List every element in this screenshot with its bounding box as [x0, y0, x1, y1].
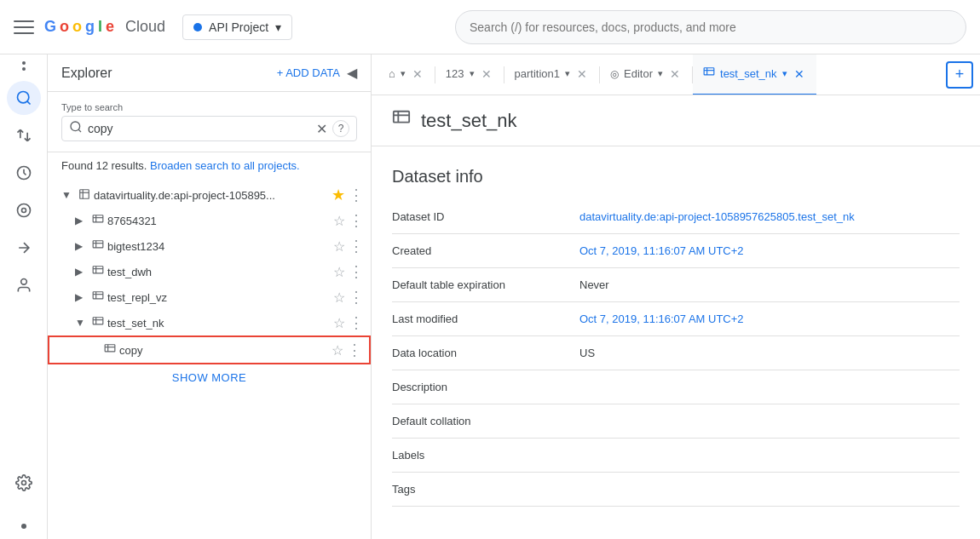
tab-close-editor[interactable]: ✕ [668, 66, 682, 83]
sidebar-item-transfer[interactable] [7, 118, 41, 152]
field-value-dataset-id: datavirtuality.de:api-project-1058957625… [579, 200, 960, 234]
field-value-location: US [579, 336, 960, 370]
svg-rect-21 [93, 291, 103, 298]
star-icon-copy[interactable]: ☆ [331, 342, 343, 358]
tree-item-test-dwh[interactable]: ▶ test_dwh ☆ ⋮ [48, 259, 371, 284]
star-icon[interactable]: ☆ [333, 238, 345, 255]
tree-item-datavirtuality[interactable]: ▼ datavirtuality.de:api-project-105895..… [48, 182, 371, 208]
tree-item-87654321[interactable]: ▶ 87654321 ☆ ⋮ [48, 208, 371, 233]
field-label-location: Data location [392, 336, 579, 370]
field-label-created: Created [392, 234, 579, 268]
tree-label-datavirtuality: datavirtuality.de:api-project-105895... [94, 189, 328, 202]
star-icon[interactable]: ☆ [333, 290, 345, 306]
svg-point-0 [17, 92, 28, 103]
field-label-tags: Tags [392, 473, 579, 507]
search-label: Type to search [61, 102, 357, 112]
tree-chevron-icon: ▶ [75, 215, 89, 226]
collapse-panel-button[interactable]: ◀ [347, 65, 357, 81]
tree-label: test_repl_vz [107, 291, 330, 304]
field-value-last-modified: Oct 7, 2019, 11:16:07 AM UTC+2 [579, 302, 960, 336]
hamburger-menu[interactable] [14, 17, 34, 37]
tab-label-123: 123 [446, 67, 464, 80]
more-icon[interactable]: ⋮ [349, 262, 364, 281]
svg-point-7 [71, 122, 80, 131]
clear-search-icon[interactable]: ✕ [316, 121, 327, 137]
tab-partition1[interactable]: partition1 ▾ ✕ [504, 54, 599, 95]
editor-icon: ◎ [610, 68, 619, 80]
project-name: API Project [209, 20, 268, 34]
add-data-button[interactable]: + ADD DATA [277, 66, 340, 79]
field-label-collation: Default collation [392, 404, 579, 439]
explorer-header: Explorer + ADD DATA ◀ [48, 54, 371, 92]
tab-close-partition1[interactable]: ✕ [575, 66, 589, 83]
tab-close-123[interactable]: ✕ [480, 66, 493, 83]
more-icon-datavirtuality[interactable]: ⋮ [349, 186, 364, 204]
star-icon[interactable]: ☆ [333, 264, 345, 280]
sidebar-item-history[interactable] [7, 156, 41, 190]
info-row-dataset-id: Dataset ID datavirtuality.de:api-project… [392, 200, 960, 234]
tree-label: test_dwh [107, 266, 330, 278]
sidebar-item-schema[interactable] [7, 193, 41, 227]
more-icon-copy[interactable]: ⋮ [347, 341, 362, 359]
global-search[interactable] [455, 10, 966, 44]
star-icon[interactable]: ☆ [333, 315, 345, 331]
info-row-tags: Tags [392, 473, 960, 507]
field-value-expiration: Never [579, 268, 960, 302]
tree-chevron-icon: ▶ [75, 240, 89, 252]
global-search-input[interactable] [455, 10, 966, 44]
more-icon[interactable]: ⋮ [349, 313, 364, 332]
more-icon[interactable]: ⋮ [349, 237, 364, 255]
field-value-labels [579, 439, 960, 473]
svg-rect-9 [80, 189, 89, 198]
explorer-actions: + ADD DATA ◀ [277, 65, 357, 81]
table-icon [92, 316, 104, 330]
tab-close-test-set-nk[interactable]: ✕ [793, 66, 806, 83]
svg-point-6 [21, 481, 26, 485]
field-label-last-modified: Last modified [392, 302, 579, 336]
star-icon-datavirtuality[interactable]: ★ [331, 186, 345, 204]
table-icon-tab [703, 66, 715, 81]
tab-editor[interactable]: ◎ Editor ▾ ✕ [600, 54, 692, 95]
more-icon[interactable]: ⋮ [349, 211, 364, 230]
tree-item-test-set-nk[interactable]: ▼ test_set_nk ☆ ⋮ [48, 310, 371, 335]
svg-rect-30 [704, 68, 714, 75]
star-icon[interactable]: ☆ [333, 213, 345, 229]
sidebar-item-workflows[interactable] [7, 231, 41, 265]
tab-close-home[interactable]: ✕ [411, 66, 424, 83]
sidebar-top-dots [22, 61, 26, 71]
sidebar-item-settings[interactable] [7, 466, 41, 500]
dataset-info-title: Dataset info [392, 167, 960, 186]
tree-label-copy: copy [119, 344, 328, 357]
tab-test-set-nk[interactable]: test_set_nk ▾ ✕ [693, 54, 816, 95]
table-icon-copy [104, 343, 116, 358]
tree-chevron-icon: ▶ [75, 266, 89, 278]
info-table: Dataset ID datavirtuality.de:api-project… [392, 200, 960, 507]
broaden-search-link[interactable]: Broaden search to all projects. [150, 159, 300, 172]
results-info: Found 12 results. Broaden search to all … [48, 152, 371, 179]
tab-label-test-set-nk: test_set_nk [720, 67, 777, 80]
info-row-expiration: Default table expiration Never [392, 268, 960, 302]
sidebar-item-search[interactable] [7, 81, 41, 115]
svg-rect-12 [93, 215, 103, 221]
field-value-collation [579, 404, 960, 439]
tab-chevron-icon: ▾ [782, 68, 787, 79]
tab-chevron-icon: ▾ [658, 68, 663, 79]
project-selector[interactable]: API Project ▾ [182, 14, 292, 40]
search-help-icon[interactable]: ? [332, 120, 349, 137]
explorer-title: Explorer [61, 66, 112, 81]
table-icon [92, 239, 104, 254]
dataset-icon [78, 188, 90, 203]
add-tab-button[interactable]: + [946, 61, 973, 89]
field-label-dataset-id: Dataset ID [392, 200, 579, 234]
tree-item-copy[interactable]: copy ☆ ⋮ [48, 335, 371, 364]
tree-item-test-repl-vz[interactable]: ▶ test_repl_vz ☆ ⋮ [48, 284, 371, 310]
explorer-search-input[interactable] [88, 122, 311, 135]
tree-item-bigtest1234[interactable]: ▶ bigtest1234 ☆ ⋮ [48, 233, 371, 259]
tab-123[interactable]: 123 ▾ ✕ [435, 54, 504, 95]
tab-home[interactable]: ⌂ ▾ ✕ [378, 54, 435, 95]
show-more-button[interactable]: SHOW MORE [48, 364, 371, 391]
icon-sidebar [0, 54, 48, 539]
dataset-header: test_set_nk [372, 95, 980, 146]
sidebar-item-users[interactable] [7, 268, 41, 302]
more-icon[interactable]: ⋮ [349, 288, 364, 307]
